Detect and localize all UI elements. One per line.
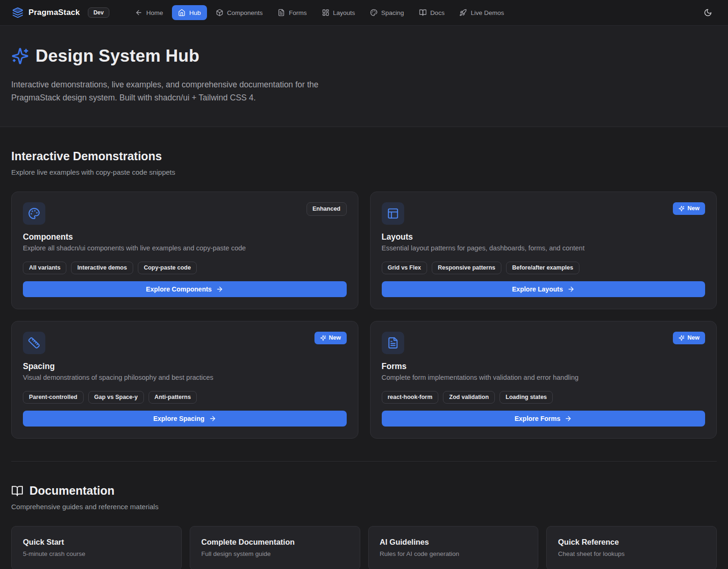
nav-item-layouts[interactable]: Layouts bbox=[316, 5, 361, 20]
doc-card-title: Quick Start bbox=[23, 538, 170, 547]
nav-item-live-demos[interactable]: Live Demos bbox=[453, 5, 510, 20]
explore-spacing-button[interactable]: Explore Spacing bbox=[23, 411, 347, 427]
feature-tag: Loading states bbox=[500, 391, 553, 404]
nav-item-spacing[interactable]: Spacing bbox=[364, 5, 410, 20]
doc-card-complete-documentation[interactable]: Complete Documentation Full design syste… bbox=[190, 526, 360, 569]
doc-card-grid: Quick Start 5-minute crash course Comple… bbox=[11, 526, 717, 569]
layout-dashboard-icon bbox=[322, 9, 329, 16]
doc-card-description: Rules for AI code generation bbox=[380, 550, 527, 557]
card-description: Explore all shadcn/ui components with li… bbox=[23, 244, 347, 252]
feature-tag: Copy-paste code bbox=[138, 262, 197, 274]
doc-card-ai-guidelines[interactable]: AI Guidelines Rules for AI code generati… bbox=[368, 526, 539, 569]
doc-card-description: Full design system guide bbox=[201, 550, 349, 557]
ruler-icon bbox=[23, 332, 45, 354]
feature-tag: Responsive patterns bbox=[432, 262, 501, 274]
demo-card-components: Enhanced Components Explore all shadcn/u… bbox=[11, 192, 358, 309]
feature-tag: Anti-patterns bbox=[149, 391, 197, 404]
doc-card-quick-start[interactable]: Quick Start 5-minute crash course bbox=[11, 526, 182, 569]
status-badge: New bbox=[673, 332, 705, 344]
top-navbar: PragmaStack Dev Home Hub Components Fo bbox=[0, 0, 728, 26]
home-icon bbox=[178, 9, 186, 16]
sparkles-icon bbox=[320, 335, 326, 341]
book-open-icon bbox=[419, 9, 427, 16]
file-text-icon bbox=[382, 332, 404, 354]
brand[interactable]: PragmaStack Dev bbox=[12, 7, 109, 18]
card-title: Forms bbox=[382, 362, 706, 371]
sparkles-icon bbox=[11, 47, 29, 65]
nav-item-docs[interactable]: Docs bbox=[413, 5, 451, 20]
rocket-icon bbox=[459, 9, 467, 16]
card-title: Components bbox=[23, 232, 347, 242]
layers-logo-icon bbox=[12, 7, 23, 18]
doc-card-description: 5-minute crash course bbox=[23, 550, 170, 557]
page-title: Design System Hub bbox=[11, 46, 717, 66]
main-content: Interactive Demonstrations Explore live … bbox=[0, 149, 728, 569]
nav-item-forms[interactable]: Forms bbox=[271, 5, 313, 20]
hero-subtitle: Interactive demonstrations, live example… bbox=[11, 78, 358, 104]
nav-item-components[interactable]: Components bbox=[210, 5, 269, 20]
hero-section: Design System Hub Interactive demonstrat… bbox=[0, 26, 728, 127]
brand-name: PragmaStack bbox=[29, 8, 80, 17]
dev-badge: Dev bbox=[88, 7, 109, 18]
sparkles-icon bbox=[678, 206, 685, 212]
status-badge: New bbox=[673, 202, 705, 215]
doc-card-title: Complete Documentation bbox=[201, 538, 349, 547]
arrow-right-icon bbox=[564, 415, 572, 422]
arrow-right-icon bbox=[209, 415, 216, 422]
feature-tag: Gap vs Space-y bbox=[88, 391, 144, 404]
status-badge: Enhanced bbox=[307, 202, 347, 216]
feature-tag: Parent-controlled bbox=[23, 391, 84, 404]
status-badge: New bbox=[314, 332, 347, 344]
docs-subheading: Comprehensive guides and reference mater… bbox=[11, 503, 717, 511]
demos-subheading: Explore live examples with copy-paste co… bbox=[11, 168, 717, 176]
panels-top-left-icon bbox=[382, 202, 404, 225]
nav-item-hub[interactable]: Hub bbox=[172, 5, 207, 20]
card-description: Essential layout patterns for pages, das… bbox=[382, 244, 706, 252]
book-open-icon bbox=[11, 485, 23, 497]
arrow-left-icon bbox=[135, 9, 143, 16]
demo-card-spacing: New Spacing Visual demonstrations of spa… bbox=[11, 321, 358, 439]
card-description: Visual demonstrations of spacing philoso… bbox=[23, 374, 347, 381]
section-divider bbox=[11, 461, 717, 462]
explore-layouts-button[interactable]: Explore Layouts bbox=[382, 281, 706, 297]
feature-tag: Before/after examples bbox=[506, 262, 579, 274]
feature-tag: react-hook-form bbox=[382, 391, 439, 404]
explore-forms-button[interactable]: Explore Forms bbox=[382, 411, 706, 427]
feature-tag: Interactive demos bbox=[71, 262, 133, 274]
feature-tag: Zod validation bbox=[443, 391, 495, 404]
main-nav: Home Hub Components Forms Layouts bbox=[129, 5, 510, 20]
explore-components-button[interactable]: Explore Components bbox=[23, 281, 347, 297]
moon-icon bbox=[704, 8, 712, 17]
package-icon bbox=[216, 9, 223, 16]
card-title: Layouts bbox=[382, 232, 706, 242]
nav-item-home[interactable]: Home bbox=[129, 5, 169, 20]
card-title: Spacing bbox=[23, 362, 347, 371]
palette-icon bbox=[370, 9, 378, 16]
doc-card-title: AI Guidelines bbox=[380, 538, 527, 547]
card-description: Complete form implementations with valid… bbox=[382, 374, 706, 381]
file-text-icon bbox=[278, 9, 285, 16]
doc-card-quick-reference[interactable]: Quick Reference Cheat sheet for lookups bbox=[546, 526, 717, 569]
arrow-right-icon bbox=[567, 285, 575, 293]
palette-icon bbox=[23, 202, 45, 225]
demos-heading: Interactive Demonstrations bbox=[11, 149, 717, 163]
sparkles-icon bbox=[678, 335, 685, 341]
docs-heading: Documentation bbox=[11, 484, 717, 498]
feature-tag: All variants bbox=[23, 262, 66, 274]
demo-card-grid: Enhanced Components Explore all shadcn/u… bbox=[11, 192, 717, 439]
demo-card-forms: New Forms Complete form implementations … bbox=[370, 321, 717, 439]
doc-card-description: Cheat sheet for lookups bbox=[558, 550, 705, 557]
arrow-right-icon bbox=[216, 285, 223, 293]
doc-card-title: Quick Reference bbox=[558, 538, 705, 547]
theme-toggle-button[interactable] bbox=[700, 5, 716, 21]
demo-card-layouts: New Layouts Essential layout patterns fo… bbox=[370, 192, 717, 309]
feature-tag: Grid vs Flex bbox=[382, 262, 428, 274]
